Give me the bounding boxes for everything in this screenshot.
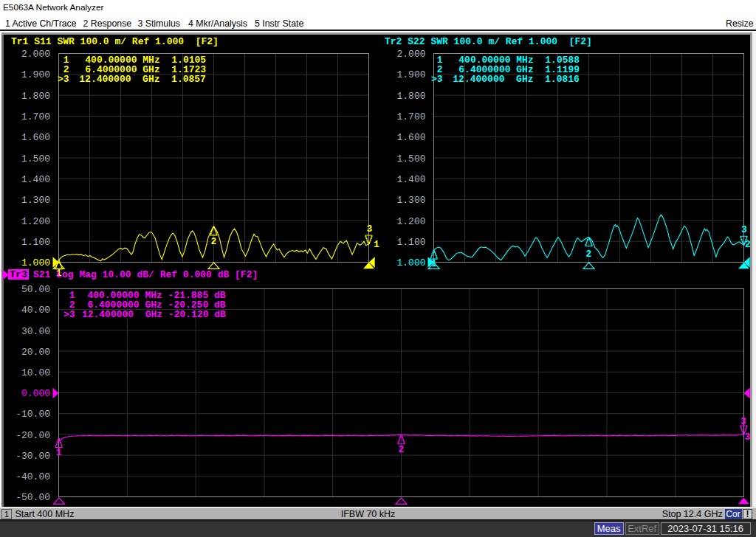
svg-text:3: 3 <box>745 432 751 443</box>
svg-text:3: 3 <box>367 224 373 235</box>
svg-text:1: 1 <box>56 447 62 458</box>
svg-text:3: 3 <box>741 224 747 235</box>
svg-text:3: 3 <box>740 416 746 427</box>
svg-text:1: 1 <box>374 239 379 250</box>
svg-text:1: 1 <box>431 258 437 269</box>
svg-text:2: 2 <box>211 236 217 247</box>
svg-text:2: 2 <box>586 249 592 260</box>
svg-text:2: 2 <box>745 239 751 250</box>
svg-text:2: 2 <box>399 444 405 455</box>
